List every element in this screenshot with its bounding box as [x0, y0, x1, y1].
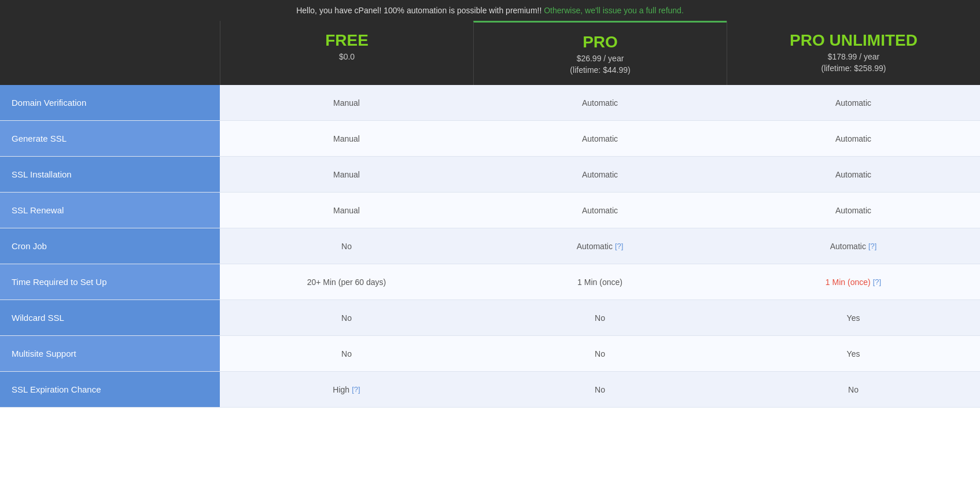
free-time-required: 20+ Min (per 60 days)	[220, 264, 473, 300]
pro-cron-job-help[interactable]: [?]	[615, 242, 623, 250]
plan-pro-unlimited-header: PRO UNLIMITED $178.99 / year (lifetime: …	[727, 21, 980, 85]
pro-plan-price: $26.99 / year	[480, 54, 721, 63]
pro-unlimited-cron-job-help[interactable]: [?]	[868, 242, 876, 250]
feature-name-ssl-renewal: SSL Renewal	[0, 193, 220, 228]
free-cron-job: No	[220, 228, 473, 264]
header-empty	[0, 21, 220, 85]
pro-unlimited-ssl-expiration: No	[727, 372, 980, 408]
feature-name-generate-ssl: Generate SSL	[0, 121, 220, 157]
pro-ssl-expiration: No	[473, 372, 727, 408]
feature-name-ssl-installation: SSL Installation	[0, 157, 220, 193]
pro-wildcard-ssl: No	[473, 300, 727, 336]
free-domain-verification: Manual	[220, 85, 473, 121]
pro-multisite-support: No	[473, 336, 727, 372]
free-generate-ssl: Manual	[220, 121, 473, 157]
pro-domain-verification: Automatic	[473, 85, 727, 121]
feature-table: Domain Verification Manual Automatic Aut…	[0, 85, 980, 408]
pro-unlimited-ssl-installation: Automatic	[727, 157, 980, 193]
free-ssl-renewal: Manual	[220, 193, 473, 228]
pro-unlimited-time-required-help[interactable]: [?]	[873, 278, 881, 286]
pro-unlimited-ssl-renewal: Automatic	[727, 193, 980, 228]
pro-unlimited-domain-verification: Automatic	[727, 85, 980, 121]
pro-unlimited-plan-price: $178.99 / year	[733, 52, 974, 61]
feature-name-cron-job: Cron Job	[0, 228, 220, 264]
free-plan-price: $0.0	[226, 52, 467, 61]
free-wildcard-ssl: No	[220, 300, 473, 336]
pro-unlimited-cron-job: Automatic [?]	[727, 228, 980, 264]
free-ssl-expiration: High [?]	[220, 372, 473, 408]
pro-generate-ssl: Automatic	[473, 121, 727, 157]
pro-time-required: 1 Min (once)	[473, 264, 727, 300]
free-multisite-support: No	[220, 336, 473, 372]
top-banner: Hello, you have cPanel! 100% automation …	[0, 0, 980, 21]
pro-unlimited-wildcard-ssl: Yes	[727, 300, 980, 336]
pro-unlimited-generate-ssl: Automatic	[727, 121, 980, 157]
feature-name-multisite-support: Multisite Support	[0, 336, 220, 372]
pro-plan-lifetime: (lifetime: $44.99)	[480, 65, 721, 75]
pro-unlimited-time-required: 1 Min (once) [?]	[727, 264, 980, 300]
pro-cron-job: Automatic [?]	[473, 228, 727, 264]
pro-unlimited-multisite-support: Yes	[727, 336, 980, 372]
plans-header: FREE $0.0 PRO $26.99 / year (lifetime: $…	[0, 21, 980, 85]
free-ssl-expiration-help[interactable]: [?]	[352, 385, 360, 394]
pro-unlimited-plan-lifetime: (lifetime: $258.99)	[733, 64, 974, 73]
banner-highlight: Otherwise, we'll issue you a full refund…	[544, 6, 684, 15]
feature-name-domain-verification: Domain Verification	[0, 85, 220, 121]
plan-pro-header: PRO $26.99 / year (lifetime: $44.99)	[473, 21, 727, 85]
pro-ssl-renewal: Automatic	[473, 193, 727, 228]
feature-name-ssl-expiration: SSL Expiration Chance	[0, 372, 220, 408]
pro-ssl-installation: Automatic	[473, 157, 727, 193]
feature-name-time-required: Time Required to Set Up	[0, 264, 220, 300]
feature-name-wildcard-ssl: Wildcard SSL	[0, 300, 220, 336]
pro-unlimited-plan-name: PRO UNLIMITED	[733, 31, 974, 50]
free-ssl-installation: Manual	[220, 157, 473, 193]
pro-plan-name: PRO	[480, 33, 721, 51]
banner-text: Hello, you have cPanel! 100% automation …	[296, 6, 544, 15]
free-plan-name: FREE	[226, 31, 467, 50]
plan-free-header: FREE $0.0	[220, 21, 473, 85]
